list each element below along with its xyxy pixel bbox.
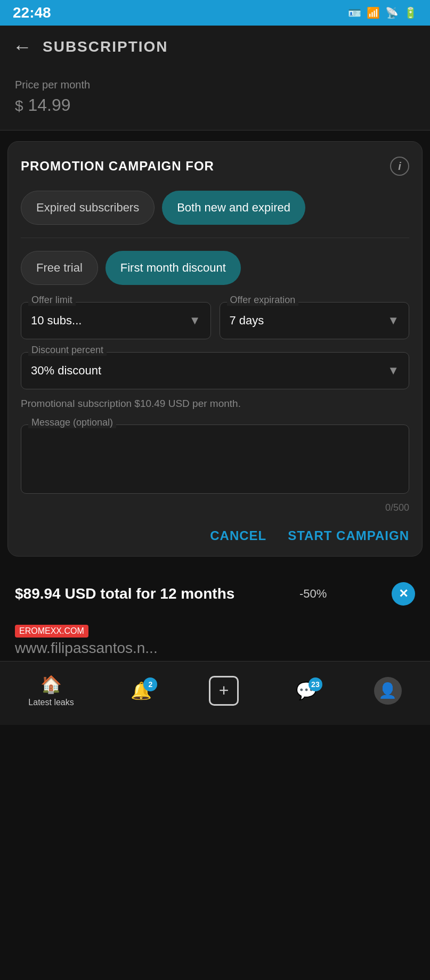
free-trial-button[interactable]: Free trial	[21, 251, 98, 285]
profile-avatar: 👤	[374, 677, 402, 705]
bottom-nav: 🏠 Latest leaks 🔔 2 + 💬 23 👤	[0, 661, 430, 725]
watermark-section: EROMEXX.COM www.filipassantos.n...	[0, 620, 430, 661]
create-icon: +	[209, 676, 239, 706]
message-label: Message (optional)	[28, 417, 116, 428]
offer-limit-select[interactable]: 10 subs... ▼	[21, 302, 211, 339]
card-header: PROMOTION CAMPAIGN FOR i	[21, 157, 409, 176]
promo-description: Promotional subscription $10.49 USD per …	[21, 398, 409, 410]
notification-badge: 2	[143, 677, 157, 691]
top-nav: ← SUBSCRIPTION	[0, 26, 430, 68]
discount-percent-select[interactable]: 30% discount ▼	[21, 352, 409, 389]
offer-expiration-group: Offer expiration 7 days ▼	[220, 302, 410, 339]
discount-percent-value: 30% discount	[31, 364, 101, 378]
discount-percent-label: Discount percent	[28, 345, 107, 356]
first-month-discount-button[interactable]: First month discount	[106, 251, 241, 285]
discount-percent-row: Discount percent 30% discount ▼	[21, 352, 409, 389]
price-value: $ 14.99	[15, 95, 415, 115]
cancel-button[interactable]: CANCEL	[210, 528, 266, 543]
nav-item-profile[interactable]: 👤	[374, 677, 402, 705]
price-amount: 14.99	[28, 95, 70, 115]
subscriber-type-buttons: Expired subscribers Both new and expired	[21, 191, 409, 225]
back-button[interactable]: ←	[13, 36, 32, 58]
bottom-promo-banner: $89.94 USD total for 12 months -50% ✕	[0, 567, 430, 620]
battery-icon: 🔋	[404, 6, 417, 19]
offer-limit-label: Offer limit	[28, 295, 76, 306]
watermark-url: www.filipassantos.n...	[15, 640, 415, 657]
status-time: 22:48	[13, 4, 51, 21]
offer-limit-group: Offer limit 10 subs... ▼	[21, 302, 211, 339]
offer-expiration-chevron: ▼	[387, 314, 399, 328]
offer-limit-chevron: ▼	[189, 314, 201, 328]
banner-discount-text: -50%	[299, 587, 327, 601]
offer-limit-value: 10 subs...	[31, 314, 82, 328]
offer-expiration-value: 7 days	[230, 314, 264, 328]
nav-item-messages[interactable]: 💬 23	[296, 681, 317, 701]
price-section: Price per month $ 14.99	[0, 68, 430, 130]
status-icons: 🪪 📶 📡 🔋	[348, 6, 417, 19]
action-buttons: CANCEL START CAMPAIGN	[21, 524, 409, 543]
offer-expiration-label: Offer expiration	[227, 295, 299, 306]
start-campaign-button[interactable]: START CAMPAIGN	[288, 528, 409, 543]
char-count: 0/500	[21, 502, 409, 513]
offer-expiration-select[interactable]: 7 days ▼	[220, 302, 410, 339]
messages-badge: 23	[309, 677, 322, 691]
expired-subscribers-button[interactable]: Expired subscribers	[21, 191, 155, 225]
sim-icon: 🪪	[348, 6, 361, 19]
brand-label: EROMEXX.COM	[15, 625, 88, 638]
banner-close-button[interactable]: ✕	[392, 582, 415, 606]
status-bar: 22:48 🪪 📶 📡 🔋	[0, 0, 430, 26]
nav-item-home[interactable]: 🏠 Latest leaks	[28, 674, 74, 707]
price-label: Price per month	[15, 79, 415, 91]
nav-item-notifications[interactable]: 🔔 2	[131, 681, 152, 701]
nav-home-label: Latest leaks	[28, 698, 74, 707]
message-group: Message (optional)	[21, 424, 409, 496]
promotion-modal: PROMOTION CAMPAIGN FOR i Expired subscri…	[7, 141, 423, 557]
signal-icon: 📶	[367, 6, 380, 19]
wifi-icon: 📡	[385, 6, 399, 19]
currency-symbol: $	[15, 97, 23, 114]
section-divider	[21, 238, 409, 238]
both-subscribers-button[interactable]: Both new and expired	[162, 191, 305, 225]
nav-item-create[interactable]: +	[209, 676, 239, 706]
campaign-type-buttons: Free trial First month discount	[21, 251, 409, 285]
discount-percent-chevron: ▼	[387, 364, 399, 378]
info-icon-button[interactable]: i	[390, 157, 409, 176]
message-input[interactable]	[21, 424, 409, 494]
discount-percent-group: Discount percent 30% discount ▼	[21, 352, 409, 389]
card-title: PROMOTION CAMPAIGN FOR	[21, 159, 214, 174]
home-icon: 🏠	[40, 674, 62, 695]
offer-settings-row: Offer limit 10 subs... ▼ Offer expiratio…	[21, 302, 409, 339]
banner-price-text: $89.94 USD total for 12 months	[15, 585, 234, 602]
page-title: SUBSCRIPTION	[43, 38, 168, 55]
